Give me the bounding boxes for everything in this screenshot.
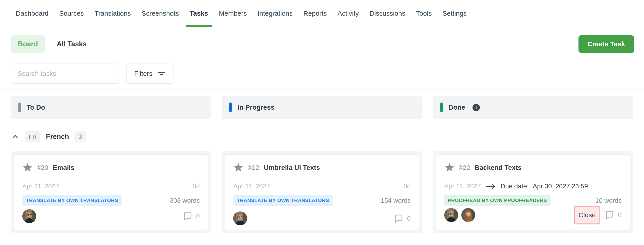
arrow-right-icon	[486, 183, 496, 190]
card-title-row: #20 Emails	[22, 162, 200, 173]
nav-item-tools[interactable]: Tools	[411, 0, 437, 27]
task-type-badge: PROOFREAD BY OWN PROOFREADERS	[444, 195, 550, 206]
column-header-in-progress: In Progress	[222, 96, 422, 119]
task-card-22[interactable]: #22 Backend Texts Apr 11, 2027 Due date:…	[436, 154, 630, 230]
card-meta-row: Apr 11, 2027 0d	[22, 183, 200, 190]
tasks-toolbar: Board All Tasks Create Task	[11, 35, 634, 53]
card-title-row: #22 Backend Texts	[444, 162, 622, 173]
chevron-up-icon	[12, 133, 19, 140]
column-label: To Do	[26, 104, 45, 111]
footer-right: 0	[394, 213, 411, 223]
done-marker	[440, 102, 443, 112]
card-meta-row: Apr 11, 2027 Due date: Apr 30, 2027 23:5…	[444, 183, 622, 190]
search-input[interactable]	[11, 64, 120, 84]
collapse-group-button[interactable]	[11, 132, 20, 141]
comment-chip: 0	[183, 211, 200, 221]
task-title: Backend Texts	[475, 164, 522, 171]
nav-item-discussions[interactable]: Discussions	[364, 0, 411, 27]
close-button-highlighted[interactable]: Close	[574, 206, 600, 224]
column-label: Done	[448, 104, 465, 111]
lane-done: #22 Backend Texts Apr 11, 2027 Due date:…	[433, 151, 633, 233]
nav-item-dashboard[interactable]: Dashboard	[10, 0, 54, 27]
lane-in-progress: #12 Umbrella UI Texts Apr 11, 2027 0d TR…	[222, 151, 422, 233]
nav-item-tasks[interactable]: Tasks	[184, 0, 214, 27]
card-footer: 0	[233, 211, 410, 225]
nav-item-screenshots[interactable]: Screenshots	[136, 0, 184, 27]
filters-label: Filters	[134, 70, 152, 77]
word-count: 303 words	[170, 197, 200, 204]
card-badge-row: TRANSLATE BY OWN TRANSLATORS 154 words	[233, 195, 410, 206]
nav-item-settings[interactable]: Settings	[437, 0, 472, 27]
comment-icon	[183, 211, 193, 221]
nav-item-translations[interactable]: Translations	[89, 0, 136, 27]
top-nav: Dashboard Sources Translations Screensho…	[0, 0, 644, 27]
star-icon[interactable]	[233, 162, 244, 173]
task-id: #20	[37, 164, 48, 171]
board-lanes: #20 Emails Apr 11, 2027 0d TRANSLATE BY …	[11, 151, 633, 233]
avatar	[461, 208, 475, 222]
start-date: Apr 11, 2027	[233, 183, 270, 190]
footer-right: Close 0	[574, 206, 622, 224]
start-date: Apr 11, 2027	[22, 183, 59, 190]
assignee-avatars	[444, 208, 475, 222]
comment-icon	[604, 210, 615, 220]
comment-count: 0	[618, 211, 622, 219]
word-count: 154 words	[381, 197, 411, 204]
nav-item-reports[interactable]: Reports	[298, 0, 332, 27]
column-label: In Progress	[238, 104, 274, 111]
language-code-badge: FR	[25, 131, 40, 142]
assignee-avatars	[233, 211, 247, 225]
in-progress-marker	[229, 102, 232, 112]
card-footer: Close 0	[444, 206, 622, 224]
nav-item-members[interactable]: Members	[214, 0, 252, 27]
board-column-headers: To Do In Progress Done i	[11, 96, 633, 119]
task-count-badge: 3	[74, 131, 86, 142]
nav-item-sources[interactable]: Sources	[54, 0, 89, 27]
card-badge-row: TRANSLATE BY OWN TRANSLATORS 303 words	[22, 195, 200, 206]
comment-count: 0	[407, 214, 411, 222]
card-footer: 0	[22, 209, 200, 223]
avatar-man-icon	[22, 209, 36, 223]
task-type-badge: TRANSLATE BY OWN TRANSLATORS	[233, 195, 332, 206]
star-icon[interactable]	[22, 162, 33, 173]
column-header-done: Done i	[433, 96, 633, 119]
star-icon[interactable]	[444, 162, 454, 173]
lane-todo: #20 Emails Apr 11, 2027 0d TRANSLATE BY …	[11, 151, 211, 233]
filter-icon	[157, 69, 166, 78]
task-id: #22	[459, 164, 470, 171]
task-title: Umbrella UI Texts	[264, 164, 320, 171]
filters-button[interactable]: Filters	[126, 64, 174, 84]
card-meta-row: Apr 11, 2027 0d	[233, 183, 410, 190]
language-group-french: FR French 3	[11, 129, 633, 144]
avatar	[444, 208, 458, 222]
nav-item-activity[interactable]: Activity	[332, 0, 364, 27]
create-task-button[interactable]: Create Task	[578, 35, 634, 53]
avatar-man-icon	[444, 208, 458, 222]
avatar	[233, 211, 247, 225]
due-date-label: Due date:	[501, 183, 529, 190]
search-row: Filters	[11, 64, 633, 84]
card-badge-row: PROOFREAD BY OWN PROOFREADERS 10 words	[444, 195, 622, 206]
divider	[0, 89, 644, 90]
task-id: #12	[248, 164, 259, 171]
task-title: Emails	[53, 164, 74, 171]
nav-item-integrations[interactable]: Integrations	[252, 0, 298, 27]
assignee-avatars	[22, 209, 36, 223]
duration: 0d	[404, 183, 410, 190]
task-card-20[interactable]: #20 Emails Apr 11, 2027 0d TRANSLATE BY …	[14, 154, 208, 230]
avatar	[22, 209, 36, 223]
todo-marker	[18, 102, 21, 112]
task-card-12[interactable]: #12 Umbrella UI Texts Apr 11, 2027 0d TR…	[225, 154, 419, 230]
tab-board[interactable]: Board	[11, 35, 45, 53]
comment-count: 0	[196, 212, 200, 220]
tab-all-tasks[interactable]: All Tasks	[57, 40, 87, 48]
duration: 0d	[192, 183, 200, 190]
start-date: Apr 11, 2027	[444, 183, 481, 190]
comment-chip: 0	[394, 213, 411, 223]
task-type-badge: TRANSLATE BY OWN TRANSLATORS	[22, 195, 122, 206]
info-icon[interactable]: i	[472, 104, 480, 111]
due-date-value: Apr 30, 2027 23:59	[533, 183, 588, 190]
footer-right: 0	[183, 211, 200, 221]
language-name: French	[46, 133, 69, 141]
word-count: 10 words	[595, 197, 622, 204]
